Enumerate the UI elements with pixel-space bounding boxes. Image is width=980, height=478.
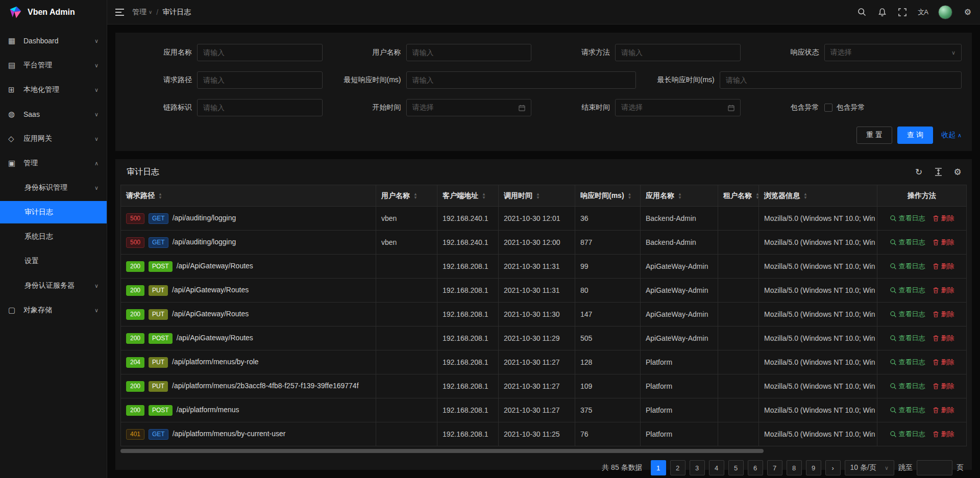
view-log-button[interactable]: 查看日志	[890, 334, 925, 343]
delete-button[interactable]: 删除	[933, 406, 954, 415]
delete-button[interactable]: 删除	[933, 214, 954, 223]
search-icon[interactable]	[856, 8, 867, 16]
sidebar-item-localization[interactable]: ⊞本地化管理∨	[0, 79, 107, 101]
table-row: 200POST/api/ApiGateway/Routes192.168.208…	[121, 255, 967, 279]
max-response-time-input[interactable]	[720, 71, 962, 89]
end-time-picker[interactable]: 请选择	[615, 99, 741, 116]
main-area: 管理 ∨ / 审计日志 文A	[107, 0, 980, 478]
delete-button[interactable]: 删除	[933, 286, 954, 295]
translate-icon[interactable]: 文A	[918, 8, 928, 17]
settings-gear-icon[interactable]: ⚙	[963, 7, 973, 17]
next-page-button[interactable]: ›	[825, 460, 841, 475]
browser-info-cell: Mozilla/5.0 (Windows NT 10.0; Win	[759, 303, 877, 326]
sidebar-item-system-log[interactable]: 系统日志	[0, 225, 107, 248]
view-log-button[interactable]: 查看日志	[890, 286, 925, 295]
page-button-6[interactable]: 6	[748, 460, 763, 475]
column-header[interactable]: 客户端地址▲▼	[437, 185, 499, 207]
sort-icons[interactable]: ▲▼	[755, 192, 759, 199]
filter-actions: 重 置 查 询 收起 ∧	[126, 127, 962, 144]
view-log-button[interactable]: 查看日志	[890, 262, 925, 271]
breadcrumb-parent[interactable]: 管理 ∨	[132, 8, 152, 17]
trash-icon	[933, 263, 939, 270]
page-button-4[interactable]: 4	[709, 460, 724, 475]
sidebar-item-auth-server[interactable]: 身份认证服务器∨	[0, 274, 107, 297]
table-row: 204PUT/api/platform/menus/by-role192.168…	[121, 350, 967, 374]
menu-fold-icon[interactable]	[115, 9, 124, 16]
column-header[interactable]: 调用时间▲▼	[499, 185, 575, 207]
app-name-input[interactable]	[197, 44, 323, 61]
page-button-2[interactable]: 2	[670, 460, 685, 475]
delete-button[interactable]: 删除	[933, 310, 954, 319]
delete-button[interactable]: 删除	[933, 238, 954, 247]
sort-icons[interactable]: ▲▼	[482, 192, 486, 199]
column-header[interactable]: 用户名称▲▼	[376, 185, 437, 207]
view-log-button[interactable]: 查看日志	[890, 406, 925, 415]
sidebar-item-identity-management[interactable]: 身份标识管理∨	[0, 177, 107, 199]
page-button-8[interactable]: 8	[787, 460, 802, 475]
view-log-button[interactable]: 查看日志	[890, 238, 925, 247]
view-log-button[interactable]: 查看日志	[890, 214, 925, 223]
view-log-button[interactable]: 查看日志	[890, 310, 925, 319]
delete-button[interactable]: 删除	[933, 262, 954, 271]
request-method-input[interactable]	[615, 44, 741, 61]
row-height-icon[interactable]	[933, 168, 943, 176]
sort-icons[interactable]: ▲▼	[678, 192, 682, 199]
operations-cell: 查看日志删除	[877, 422, 967, 446]
notification-bell-icon[interactable]	[877, 8, 887, 17]
response-status-select[interactable]: 请选择 ∨	[824, 44, 962, 61]
sidebar-item-gateway[interactable]: ◇应用网关∨	[0, 128, 107, 150]
page-button-7[interactable]: 7	[767, 460, 782, 475]
avatar[interactable]	[938, 5, 952, 19]
request-path-cell: 200PUT/api/ApiGateway/Routes	[121, 303, 376, 326]
sort-icons[interactable]: ▲▼	[628, 192, 632, 199]
include-exception-checkbox[interactable]	[824, 104, 832, 112]
view-log-button[interactable]: 查看日志	[890, 382, 925, 391]
sidebar-item-audit-log[interactable]: 审计日志	[0, 201, 107, 223]
operations-cell: 查看日志删除	[877, 279, 967, 303]
column-header[interactable]: 请求路径▲▼	[121, 185, 376, 207]
column-header[interactable]: 应用名称▲▼	[641, 185, 718, 207]
sort-icons[interactable]: ▲▼	[803, 192, 807, 199]
collapse-link[interactable]: 收起 ∧	[941, 131, 962, 140]
tenant-name-cell	[718, 279, 759, 303]
column-settings-gear-icon[interactable]: ⚙	[952, 167, 963, 178]
top-bar: 管理 ∨ / 审计日志 文A	[107, 0, 980, 24]
search-button[interactable]: 查 询	[897, 127, 933, 144]
min-response-time-input[interactable]	[406, 71, 636, 89]
refresh-icon[interactable]: ↻	[914, 167, 924, 178]
fullscreen-icon[interactable]	[897, 8, 908, 16]
sidebar-item-dashboard[interactable]: ▦Dashboard∨	[0, 30, 107, 52]
page-button-3[interactable]: 3	[690, 460, 705, 475]
request-path-input[interactable]	[197, 71, 323, 89]
column-header[interactable]: 响应时间(ms)▲▼	[575, 185, 641, 207]
sidebar-item-settings[interactable]: 设置	[0, 250, 107, 272]
delete-button[interactable]: 删除	[933, 430, 954, 439]
delete-button[interactable]: 删除	[933, 358, 954, 367]
page-button-5[interactable]: 5	[728, 460, 744, 475]
logo[interactable]: Vben Admin	[0, 0, 107, 24]
reset-button[interactable]: 重 置	[856, 127, 892, 144]
column-header[interactable]: 租户名称▲▼	[718, 185, 759, 207]
scrollbar-thumb[interactable]	[120, 449, 764, 453]
page-size-select[interactable]: 10 条/页 ∨	[845, 460, 894, 475]
column-header[interactable]: 浏览器信息▲▼	[759, 185, 877, 207]
delete-button[interactable]: 删除	[933, 334, 954, 343]
sidebar-item-management[interactable]: ▣管理∧	[0, 152, 107, 174]
sidebar-item-object-storage[interactable]: ▢对象存储∨	[0, 299, 107, 321]
page-button-9[interactable]: 9	[806, 460, 821, 475]
sidebar-item-label: 平台管理	[23, 61, 90, 70]
delete-button[interactable]: 删除	[933, 382, 954, 391]
view-log-button[interactable]: 查看日志	[890, 430, 925, 439]
sidebar-item-platform[interactable]: ▤平台管理∨	[0, 54, 107, 77]
sort-icons[interactable]: ▲▼	[158, 192, 162, 199]
sidebar-item-saas[interactable]: ◍Saas∨	[0, 103, 107, 125]
view-log-button[interactable]: 查看日志	[890, 358, 925, 367]
sort-icons[interactable]: ▲▼	[413, 192, 418, 199]
user-name-input[interactable]	[406, 44, 532, 61]
chevron-up-icon: ∧	[94, 160, 99, 167]
jump-page-input[interactable]	[917, 460, 952, 475]
sort-icons[interactable]: ▲▼	[536, 192, 540, 199]
start-time-picker[interactable]: 请选择	[406, 99, 532, 116]
page-button-1[interactable]: 1	[651, 460, 666, 475]
trace-id-input[interactable]	[197, 99, 323, 116]
